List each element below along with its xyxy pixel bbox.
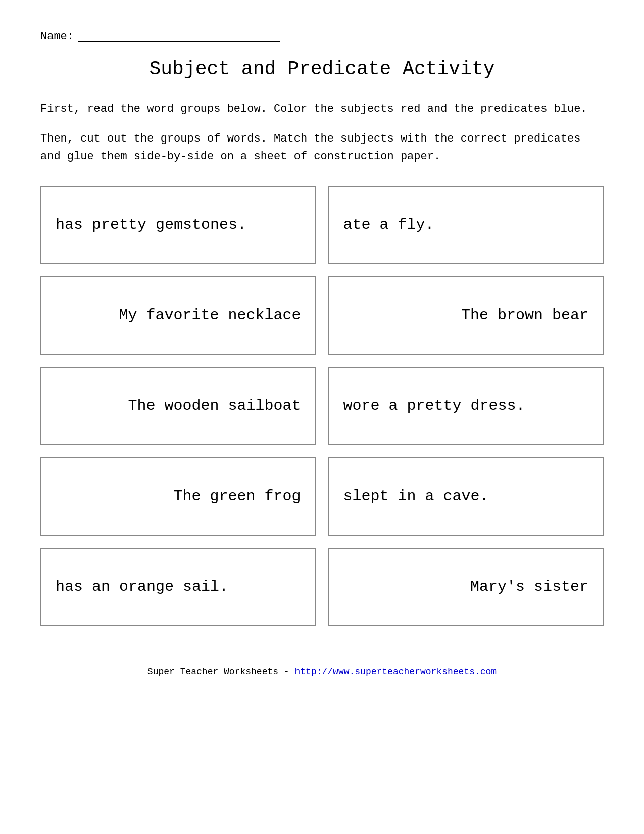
word-card-9: has an orange sail. [40, 548, 316, 626]
word-card-8: slept in a cave. [328, 457, 604, 536]
footer-link[interactable]: http://www.superteacherworksheets.com [294, 667, 497, 677]
word-card-6: wore a pretty dress. [328, 367, 604, 445]
word-card-4: The brown bear [328, 276, 604, 355]
word-card-1: has pretty gemstones. [40, 186, 316, 264]
instruction-1: First, read the word groups below. Color… [40, 100, 604, 118]
word-card-3: My favorite necklace [40, 276, 316, 355]
name-label: Name: [40, 30, 74, 43]
name-underline[interactable] [78, 31, 280, 42]
word-card-7: The green frog [40, 457, 316, 536]
instruction-2: Then, cut out the groups of words. Match… [40, 130, 604, 165]
word-card-2: ate a fly. [328, 186, 604, 264]
page-title: Subject and Predicate Activity [40, 58, 604, 80]
cards-grid: has pretty gemstones.ate a fly.My favori… [40, 186, 604, 626]
name-row: Name: [40, 30, 604, 43]
footer: Super Teacher Worksheets - http://www.su… [40, 667, 604, 677]
footer-text: Super Teacher Worksheets - [147, 667, 295, 677]
word-card-10: Mary's sister [328, 548, 604, 626]
word-card-5: The wooden sailboat [40, 367, 316, 445]
